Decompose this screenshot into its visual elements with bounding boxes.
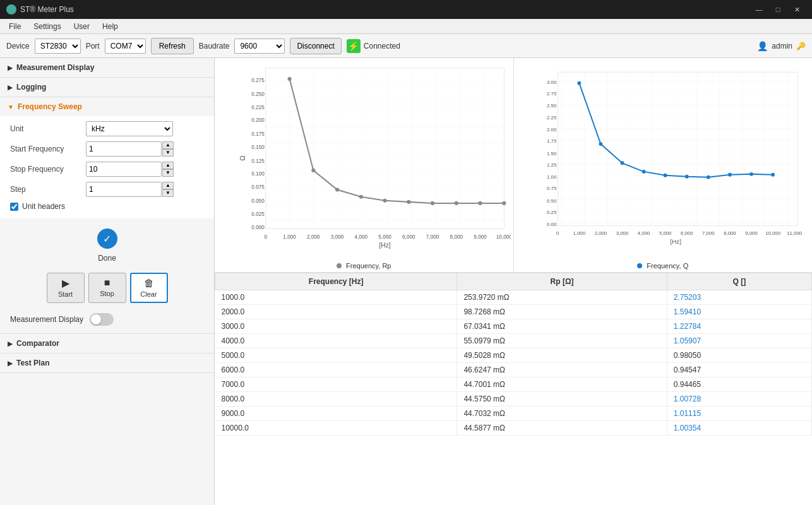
start-freq-row: Start Frequency 1 ▲ ▼ [10,141,204,157]
start-button[interactable]: ▶ Start [47,273,85,303]
table-row: 6000.046.6247 mΩ0.94547 [215,363,812,377]
close-button[interactable]: ✕ [788,3,806,16]
measurement-display-section: ▶ Measurement Display [0,58,214,78]
logout-icon[interactable]: 🔑 [796,42,806,50]
clear-label: Clear [140,290,157,298]
svg-text:1.00: 1.00 [547,174,557,180]
connected-icon: ⚡ [347,39,361,53]
table-body: 1000.0253.9720 mΩ2.752032000.098.7268 mΩ… [215,290,812,436]
freq-cell: 5000.0 [215,348,457,363]
frequency-sweep-label: Frequency Sweep [18,102,82,111]
main-layout: ▶ Measurement Display ▶ Logging ▼ Freque… [0,58,812,505]
maximize-button[interactable]: □ [769,3,787,16]
svg-point-63 [577,81,581,85]
start-freq-down[interactable]: ▼ [162,149,174,157]
clear-button[interactable]: 🗑 Clear [130,273,168,303]
svg-text:5,000: 5,000 [659,230,671,236]
baudrate-label: Baudrate [199,42,230,50]
measurement-display-header[interactable]: ▶ Measurement Display [0,58,214,77]
menu-help[interactable]: Help [96,20,124,33]
rp-cell: 44.5750 mΩ [457,392,667,407]
svg-text:1.25: 1.25 [547,162,556,168]
svg-point-34 [478,201,482,205]
table-row: 4000.055.0979 mΩ1.05907 [215,334,812,348]
done-circle: ✓ [97,229,117,249]
window-controls: — □ ✕ [750,3,806,16]
action-buttons: ▶ Start ■ Stop 🗑 Clear [0,273,214,311]
step-up[interactable]: ▲ [162,182,174,189]
app-title: ST® Meter Plus [20,5,750,14]
menu-file[interactable]: File [3,20,27,33]
user-area: 👤 admin 🔑 [757,41,806,51]
baudrate-select[interactable]: 9600 [234,39,285,54]
q-cell: 1.00354 [667,421,811,436]
unit-label: Unit [10,124,86,133]
charts-row: Ω 0.000 0.025 0.050 0.075 0.100 0.125 0.… [215,58,812,273]
svg-text:1,000: 1,000 [283,234,296,240]
test-plan-label: Test Plan [16,359,49,367]
step-spinbox: ▲ ▼ [162,182,174,197]
q-cell: 1.22784 [667,319,811,334]
freq-cell: 4000.0 [215,334,457,348]
chart-rp-legend: Frequency, Rp [215,262,513,270]
rp-cell: 49.5028 mΩ [457,348,667,363]
svg-text:8,000: 8,000 [450,234,463,240]
rp-cell: 55.0979 mΩ [457,334,667,348]
refresh-button[interactable]: Refresh [151,38,194,54]
svg-text:[Hz]: [Hz] [670,238,681,245]
chart-rp-legend-label: Frequency, Rp [346,262,391,270]
stop-freq-down[interactable]: ▼ [162,169,174,177]
table-row: 2000.098.7268 mΩ1.59410 [215,305,812,319]
data-table: Frequency [Hz] Rp [Ω] Q [] 1000.0253.972… [215,273,812,436]
chart-rp: Ω 0.000 0.025 0.050 0.075 0.100 0.125 0.… [215,58,514,272]
unit-headers-row: Unit headers [10,202,204,211]
port-select[interactable]: COM7 [105,39,146,54]
device-select[interactable]: ST2830 [35,39,81,54]
svg-point-64 [599,142,602,146]
table-row: 3000.067.0341 mΩ1.22784 [215,319,812,334]
svg-point-33 [455,201,458,205]
chart-q-svg: 0.00 0.25 0.50 0.75 1.00 1.25 1.50 1.75 … [539,63,810,253]
step-input[interactable]: 1 [86,182,162,197]
svg-text:0.75: 0.75 [547,186,556,191]
menu-user[interactable]: User [68,20,96,33]
rp-cell: 67.0341 mΩ [457,319,667,334]
chart-q-legend: Frequency, Q [514,262,813,270]
freq-cell: 10000.0 [215,421,457,436]
stop-freq-control: 10 ▲ ▼ [86,162,204,177]
stop-freq-up[interactable]: ▲ [162,162,174,169]
user-label: admin [772,42,792,50]
svg-point-71 [749,172,753,176]
svg-rect-1 [266,68,504,229]
data-table-container: Frequency [Hz] Rp [Ω] Q [] 1000.0253.972… [215,273,812,505]
meas-display-toggle[interactable] [90,313,114,326]
unit-select[interactable]: kHz Hz MHz [86,121,173,136]
unit-headers-checkbox[interactable] [10,203,18,211]
svg-text:3.00: 3.00 [547,80,557,85]
stop-button[interactable]: ■ Stop [88,273,126,303]
svg-text:2,000: 2,000 [307,234,320,240]
frequency-sweep-content: Unit kHz Hz MHz Start Frequency 1 [0,116,214,218]
svg-point-66 [642,170,645,174]
svg-text:6,000: 6,000 [680,230,693,236]
frequency-sweep-section: ▼ Frequency Sweep Unit kHz Hz MHz [0,97,214,334]
logging-header[interactable]: ▶ Logging [0,78,214,97]
comparator-header[interactable]: ▶ Comparator [0,334,214,353]
menubar: File Settings User Help [0,19,812,34]
stop-freq-input[interactable]: 10 [86,162,162,177]
step-down[interactable]: ▼ [162,189,174,197]
start-freq-input[interactable]: 1 [86,141,162,157]
test-plan-header[interactable]: ▶ Test Plan [0,354,214,372]
start-icon: ▶ [62,277,69,289]
stop-freq-row: Stop Frequency 10 ▲ ▼ [10,162,204,177]
disconnect-button[interactable]: Disconnect [290,38,341,54]
frequency-sweep-header[interactable]: ▼ Frequency Sweep [0,97,214,116]
freq-cell: 3000.0 [215,319,457,334]
minimize-button[interactable]: — [750,3,768,16]
step-control: 1 ▲ ▼ [86,182,204,197]
svg-text:1,000: 1,000 [573,230,585,236]
menu-settings[interactable]: Settings [27,20,67,33]
svg-text:0: 0 [265,234,268,240]
svg-text:9,000: 9,000 [745,230,758,236]
start-freq-up[interactable]: ▲ [162,141,174,149]
